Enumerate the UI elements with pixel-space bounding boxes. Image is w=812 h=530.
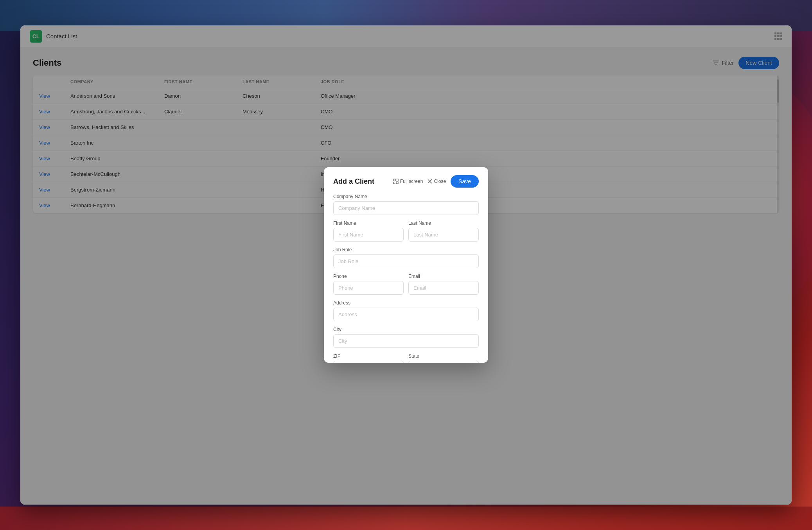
zip-group: ZIP [333,353,404,363]
address-group: Address [333,300,479,321]
modal-fullscreen-button[interactable]: Full screen [393,179,423,184]
contact-row: Phone Email [333,274,479,300]
job-role-group: Job Role [333,247,479,268]
job-role-label: Job Role [333,247,479,252]
zip-input[interactable] [333,361,404,363]
company-name-input[interactable] [333,201,479,215]
city-group: City [333,327,479,348]
first-name-label: First Name [333,220,404,226]
first-name-input[interactable] [333,228,404,242]
name-row: First Name Last Name [333,220,479,247]
phone-group: Phone [333,274,404,295]
email-label: Email [408,274,479,279]
add-client-modal: Add a Client Full screen [324,167,488,363]
email-input[interactable] [408,281,479,295]
first-name-group: First Name [333,220,404,242]
company-name-label: Company Name [333,194,479,199]
job-role-input[interactable] [333,254,479,268]
city-label: City [333,327,479,332]
state-label: State [408,353,479,359]
address-label: Address [333,300,479,306]
svg-rect-4 [396,182,398,184]
modal-title: Add a Client [333,177,374,186]
phone-label: Phone [333,274,404,279]
city-input[interactable] [333,334,479,348]
modal-save-button[interactable]: Save [451,175,479,188]
modal-header-actions: Full screen Close Save [393,175,479,188]
modal-overlay: Add a Client Full screen [20,25,792,505]
phone-input[interactable] [333,281,404,295]
modal-body: Company Name First Name Last Name [324,194,488,363]
zip-label: ZIP [333,353,404,359]
modal-close-button[interactable]: Close [428,179,446,184]
modal-header: Add a Client Full screen [324,167,488,194]
last-name-group: Last Name [408,220,479,242]
app-window: CL Contact List Clients Filter New [20,25,792,505]
fullscreen-icon [393,179,399,184]
svg-rect-3 [393,179,395,181]
last-name-input[interactable] [408,228,479,242]
last-name-label: Last Name [408,220,479,226]
zip-state-row: ZIP State Choose an option AL AK CA NY T… [333,353,479,363]
state-group: State Choose an option AL AK CA NY TX [408,353,479,363]
state-select[interactable]: Choose an option AL AK CA NY TX [408,361,479,363]
company-name-group: Company Name [333,194,479,215]
close-icon [428,179,432,184]
address-input[interactable] [333,308,479,321]
email-group: Email [408,274,479,295]
